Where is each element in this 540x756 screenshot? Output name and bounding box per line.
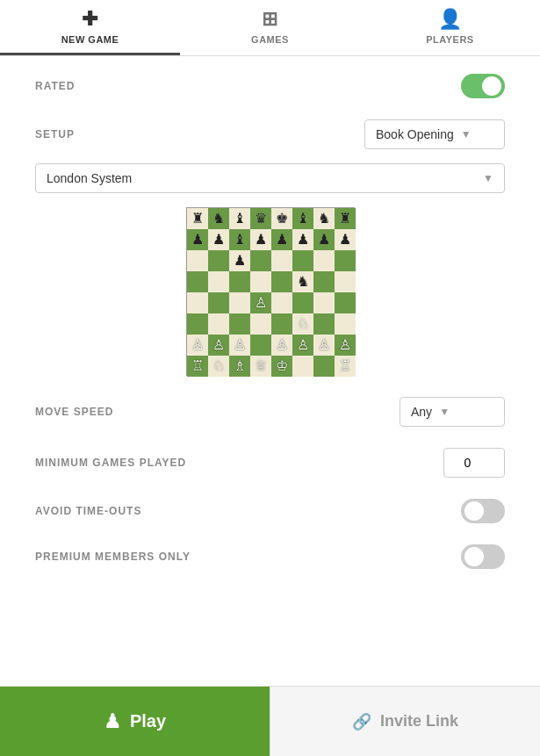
board-cell: ♙ bbox=[292, 335, 313, 356]
games-icon: ⊞ bbox=[262, 8, 278, 31]
setup-dropdown-arrow: ▼ bbox=[461, 128, 472, 140]
avoid-timeouts-row: AVOID TIME-OUTS bbox=[35, 499, 505, 523]
nav-games[interactable]: ⊞ GAMES bbox=[180, 0, 360, 55]
nav-games-label: GAMES bbox=[251, 34, 289, 45]
board-cell bbox=[313, 250, 335, 271]
board-cell bbox=[313, 292, 335, 313]
board-cell bbox=[271, 250, 292, 271]
board-cell: ♟ bbox=[187, 229, 208, 250]
rated-row: RATED bbox=[35, 74, 505, 98]
board-cell bbox=[335, 313, 356, 335]
board-cell: ♙ bbox=[335, 335, 356, 356]
board-cell: ♟ bbox=[292, 229, 313, 250]
board-cell: ♘ bbox=[292, 313, 313, 335]
invite-button[interactable]: 🔗 Invite Link bbox=[270, 687, 540, 756]
board-cell bbox=[335, 250, 356, 271]
setup-dropdown-value: Book Opening bbox=[376, 127, 454, 141]
avoid-timeouts-label: AVOID TIME-OUTS bbox=[35, 505, 141, 517]
board-cell: ♟ bbox=[313, 229, 335, 250]
board-cell: ♙ bbox=[250, 292, 271, 313]
board-cell bbox=[208, 313, 229, 335]
invite-icon: 🔗 bbox=[352, 712, 371, 731]
move-speed-dropdown[interactable]: Any ▼ bbox=[400, 397, 505, 427]
chess-board: ♜♞♝♛♚♝♞♜♟♟♝♟♟♟♟♟♟♞♙♘♙♙♙♙♙♙♙♖♘♗♕♔♖ bbox=[186, 207, 355, 376]
board-cell bbox=[313, 271, 335, 292]
board-cell: ♟ bbox=[208, 229, 229, 250]
board-cell: ♝ bbox=[229, 229, 250, 250]
opening-dropdown-value: London System bbox=[47, 171, 132, 185]
board-cell bbox=[187, 313, 208, 335]
board-cell bbox=[292, 250, 313, 271]
board-cell: ♙ bbox=[187, 335, 208, 356]
board-cell: ♜ bbox=[335, 208, 356, 229]
board-cell bbox=[335, 292, 356, 313]
rated-label: RATED bbox=[35, 80, 75, 92]
board-cell bbox=[271, 292, 292, 313]
move-speed-row: MOVE SPEED Any ▼ bbox=[35, 397, 505, 427]
board-cell bbox=[208, 292, 229, 313]
move-speed-value: Any bbox=[411, 405, 432, 419]
board-cell bbox=[292, 356, 313, 377]
min-games-input[interactable] bbox=[443, 448, 505, 478]
board-cell: ♕ bbox=[250, 356, 271, 377]
board-cell: ♖ bbox=[335, 356, 356, 377]
board-cell bbox=[208, 271, 229, 292]
board-cell: ♟ bbox=[250, 229, 271, 250]
board-cell bbox=[292, 292, 313, 313]
opening-dropdown[interactable]: London System ▼ bbox=[35, 163, 505, 193]
board-cell bbox=[271, 313, 292, 335]
board-cell: ♛ bbox=[250, 208, 271, 229]
play-button[interactable]: ♟ Play bbox=[0, 687, 270, 756]
board-cell: ♟ bbox=[271, 229, 292, 250]
setup-label: SETUP bbox=[35, 128, 75, 140]
board-cell: ♗ bbox=[229, 356, 250, 377]
nav-players-label: PLAYERS bbox=[426, 34, 473, 45]
board-cell: ♞ bbox=[292, 271, 313, 292]
board-cell: ♚ bbox=[271, 208, 292, 229]
invite-label: Invite Link bbox=[380, 712, 458, 731]
board-cell bbox=[335, 271, 356, 292]
setup-dropdown[interactable]: Book Opening ▼ bbox=[364, 119, 505, 149]
board-cell bbox=[271, 271, 292, 292]
top-nav: ✚ NEW GAME ⊞ GAMES 👤 PLAYERS bbox=[0, 0, 540, 56]
rated-toggle[interactable] bbox=[461, 74, 505, 98]
board-cell: ♙ bbox=[313, 335, 335, 356]
setup-row: SETUP Book Opening ▼ bbox=[35, 119, 505, 149]
chess-board-container: ♜♞♝♛♚♝♞♜♟♟♝♟♟♟♟♟♟♞♙♘♙♙♙♙♙♙♙♖♘♗♕♔♖ bbox=[35, 207, 505, 376]
board-cell: ♘ bbox=[208, 356, 229, 377]
bottom-bar: ♟ Play 🔗 Invite Link bbox=[0, 686, 540, 756]
board-cell: ♙ bbox=[271, 335, 292, 356]
board-cell bbox=[250, 313, 271, 335]
board-cell: ♞ bbox=[313, 208, 335, 229]
board-cell: ♖ bbox=[187, 356, 208, 377]
board-cell: ♔ bbox=[271, 356, 292, 377]
players-icon: 👤 bbox=[438, 8, 463, 31]
board-cell bbox=[229, 271, 250, 292]
board-cell bbox=[313, 313, 335, 335]
board-cell bbox=[187, 292, 208, 313]
board-cell: ♙ bbox=[229, 335, 250, 356]
board-cell bbox=[229, 292, 250, 313]
opening-dropdown-arrow: ▼ bbox=[483, 172, 493, 184]
nav-players[interactable]: 👤 PLAYERS bbox=[360, 0, 540, 55]
board-cell bbox=[250, 250, 271, 271]
board-cell bbox=[313, 356, 335, 377]
play-icon: ♟ bbox=[104, 710, 121, 733]
nav-new-game[interactable]: ✚ NEW GAME bbox=[0, 0, 180, 55]
board-cell bbox=[208, 250, 229, 271]
main-content: RATED SETUP Book Opening ▼ London System… bbox=[0, 56, 540, 688]
premium-only-toggle[interactable] bbox=[461, 544, 505, 569]
board-cell: ♙ bbox=[208, 335, 229, 356]
board-cell: ♟ bbox=[229, 250, 250, 271]
board-cell bbox=[229, 313, 250, 335]
premium-only-label: PREMIUM MEMBERS ONLY bbox=[35, 551, 191, 563]
board-cell: ♝ bbox=[229, 208, 250, 229]
min-games-label: MINIMUM GAMES PLAYED bbox=[35, 457, 186, 469]
avoid-timeouts-toggle[interactable] bbox=[461, 499, 505, 523]
board-cell bbox=[250, 335, 271, 356]
play-label: Play bbox=[130, 711, 166, 731]
premium-only-row: PREMIUM MEMBERS ONLY bbox=[35, 544, 505, 569]
nav-new-game-label: NEW GAME bbox=[61, 34, 119, 45]
board-cell: ♜ bbox=[187, 208, 208, 229]
new-game-icon: ✚ bbox=[82, 8, 98, 31]
